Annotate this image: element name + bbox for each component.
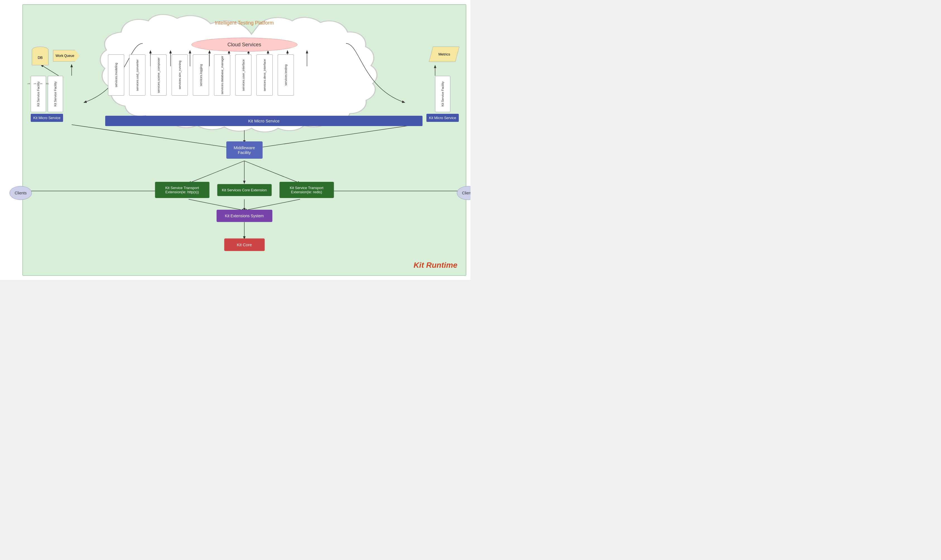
cloud-services-ellipse: Cloud Services bbox=[191, 38, 298, 52]
kit-extensions-box: Kit Extensions System bbox=[216, 210, 272, 222]
svg-line-13 bbox=[244, 125, 416, 150]
client-left: Clients bbox=[9, 186, 32, 200]
left-facility-2: Kit Service Facility bbox=[48, 76, 63, 112]
service-col-0: services.modeling bbox=[106, 54, 126, 95]
service-box-4: services.logging bbox=[193, 54, 209, 95]
svg-line-2 bbox=[244, 161, 300, 183]
service-col-7: services.devs_interface bbox=[255, 54, 274, 95]
service-box-8: services.testing bbox=[278, 54, 294, 95]
db-body: DB bbox=[32, 50, 49, 65]
svg-line-12 bbox=[72, 125, 244, 150]
right-facilities-container: Kit Service Facility Kit Micro Service bbox=[426, 76, 459, 122]
service-col-1: services.usd_converter bbox=[128, 54, 147, 95]
metrics-shape: Metrics bbox=[431, 46, 457, 62]
right-facility-row: Kit Service Facility bbox=[426, 76, 459, 112]
left-kit-micro-service: Kit Micro Service bbox=[31, 114, 63, 122]
work-queue-shape: Work Queue bbox=[53, 50, 80, 62]
kit-micro-service-cloud-bar: Kit Micro Service bbox=[105, 116, 423, 126]
bottom-row: Kit Service Transport Extension(ie: http… bbox=[155, 182, 334, 198]
middleware-facility: MiddlewareFacility bbox=[226, 142, 262, 159]
left-facility-row: Kit Service Facility Kit Service Facilit… bbox=[31, 76, 63, 112]
kit-service-transport-redis: Kit Service Transport Extension(ie: redi… bbox=[279, 182, 334, 198]
client-left-container: Clients bbox=[9, 186, 32, 200]
client-right: Clients bbox=[457, 186, 470, 200]
service-box-2: services.scene_composer bbox=[150, 54, 167, 95]
metrics-parallelogram: Metrics bbox=[429, 46, 460, 62]
service-box-0: services.modeling bbox=[108, 54, 124, 95]
left-facility-1: Kit Service Facility bbox=[31, 76, 46, 112]
service-col-3: services.sim_running bbox=[170, 54, 189, 95]
service-col-4: services.logging bbox=[191, 54, 210, 95]
kit-extensions-system: Kit Extensions System bbox=[216, 210, 272, 222]
diagram-container: Kit Runtime bbox=[0, 0, 470, 280]
right-kit-micro-service: Kit Micro Service bbox=[426, 114, 459, 122]
kit-service-transport-http: Kit Service Transport Extension(ie: http… bbox=[155, 182, 209, 198]
service-col-8: services.testing bbox=[276, 54, 295, 95]
svg-line-0 bbox=[189, 161, 244, 183]
service-col-5: services.database_manager bbox=[213, 54, 231, 95]
svg-line-5 bbox=[244, 199, 300, 211]
service-box-5: services.database_manager bbox=[214, 54, 230, 95]
client-right-container: Clients bbox=[457, 186, 470, 200]
service-col-2: services.scene_composer bbox=[149, 54, 168, 95]
middleware-box: MiddlewareFacility bbox=[226, 142, 262, 159]
services-columns: services.modeling services.usd_converter… bbox=[106, 54, 295, 95]
kit-core-container: Kit Core bbox=[224, 238, 265, 251]
right-facility-1: Kit Service Facility bbox=[435, 76, 450, 112]
service-box-3: services.sim_running bbox=[172, 54, 188, 95]
service-box-1: services.usd_converter bbox=[129, 54, 145, 95]
kit-runtime-label: Kit Runtime bbox=[413, 261, 457, 270]
service-col-6: services.user_interface bbox=[234, 54, 253, 95]
work-queue: Work Queue bbox=[53, 50, 80, 62]
db-shape: DB bbox=[32, 46, 49, 68]
kit-services-core-extension: Kit Services Core Extension bbox=[217, 184, 272, 196]
service-box-6: services.user_interface bbox=[235, 54, 251, 95]
numbers-left: 1112 bbox=[26, 83, 50, 85]
service-box-7: services.devs_interface bbox=[256, 54, 273, 95]
kit-core-box: Kit Core bbox=[224, 238, 265, 251]
cloud-title: Intelligent Testing Platform bbox=[23, 20, 466, 26]
svg-line-3 bbox=[189, 199, 244, 211]
main-frame: Kit Runtime bbox=[22, 4, 466, 276]
